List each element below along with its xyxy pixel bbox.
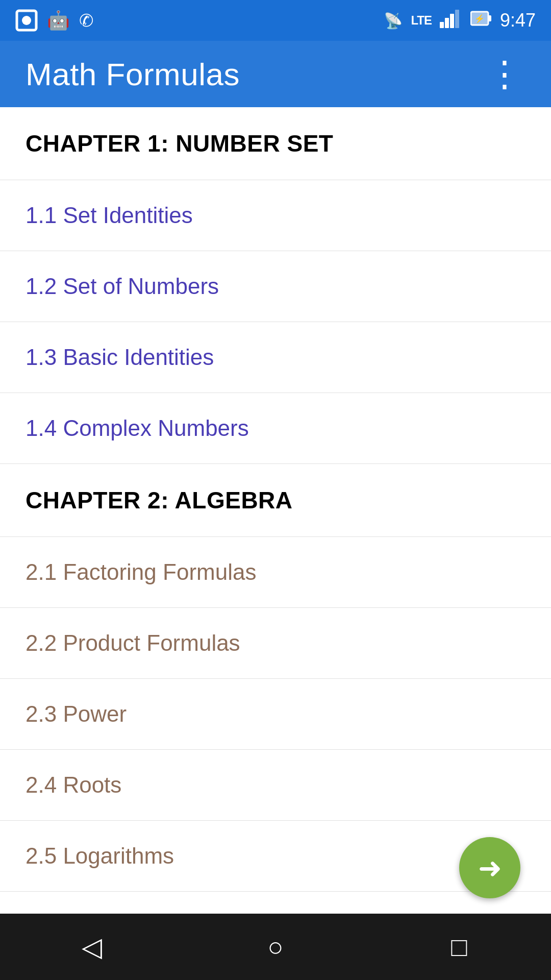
nav-back-button[interactable]: ◁ [61,916,122,977]
fab-next-button[interactable]: ➜ [459,837,520,898]
signal-icon [440,9,462,32]
hotspot-icon: 📡 [384,12,403,30]
section-2-3[interactable]: 2.3 Power [0,679,551,750]
section-1-3-text: 1.3 Basic Identities [26,345,214,370]
chapter-1-title: CHAPTER 1: NUMBER SET [26,130,333,157]
section-1-1[interactable]: 1.1 Set Identities [0,180,551,251]
section-2-4[interactable]: 2.4 Roots [0,750,551,821]
section-2-2[interactable]: 2.2 Product Formulas [0,608,551,679]
section-2-1-text: 2.1 Factoring Formulas [26,559,256,584]
overflow-menu-button[interactable]: ⋮ [485,54,525,94]
section-2-3-text: 2.3 Power [26,701,127,726]
status-bar-right-icons: 📡 LTE ⚡ 9:47 [384,9,536,32]
app-bar: Math Formulas ⋮ [0,41,551,107]
svg-rect-3 [445,18,449,28]
navigation-bar: ◁ ○ □ [0,914,551,980]
svg-point-1 [22,16,31,25]
chapter-2-header: CHAPTER 2: ALGEBRA [0,464,551,537]
svg-rect-5 [455,10,459,28]
section-1-3[interactable]: 1.3 Basic Identities [0,322,551,393]
home-icon: ○ [267,932,283,962]
record-icon [15,9,38,32]
recents-icon: □ [451,932,467,962]
status-bar: 🤖 ✆ 📡 LTE ⚡ 9:47 [0,0,551,41]
time-display: 9:47 [500,10,536,31]
section-2-5-text: 2.5 Logarithms [26,843,174,868]
android-icon: 🤖 [47,10,70,31]
back-icon: ◁ [82,932,102,962]
section-2-4-text: 2.4 Roots [26,772,121,797]
section-1-2-text: 1.2 Set of Numbers [26,274,219,299]
battery-icon: ⚡ [470,9,492,32]
app-title: Math Formulas [26,56,240,92]
svg-rect-2 [440,22,444,28]
nav-recents-button[interactable]: □ [429,916,490,977]
section-2-2-text: 2.2 Product Formulas [26,630,240,655]
content-list: CHAPTER 1: NUMBER SET 1.1 Set Identities… [0,107,551,963]
svg-rect-8 [488,15,491,21]
section-1-1-text: 1.1 Set Identities [26,203,193,228]
chapter-2-title: CHAPTER 2: ALGEBRA [26,487,293,513]
chapter-1-header: CHAPTER 1: NUMBER SET [0,107,551,180]
lte-badge: LTE [411,13,432,28]
section-1-4[interactable]: 1.4 Complex Numbers [0,393,551,464]
section-1-2[interactable]: 1.2 Set of Numbers [0,251,551,322]
fab-arrow-icon: ➜ [478,851,502,885]
section-2-1[interactable]: 2.1 Factoring Formulas [0,537,551,608]
section-1-4-text: 1.4 Complex Numbers [26,415,249,440]
svg-rect-4 [450,14,454,28]
nav-home-button[interactable]: ○ [245,916,306,977]
phone-icon: ✆ [79,10,93,31]
svg-text:⚡: ⚡ [474,14,485,23]
status-bar-left-icons: 🤖 ✆ [15,9,93,32]
